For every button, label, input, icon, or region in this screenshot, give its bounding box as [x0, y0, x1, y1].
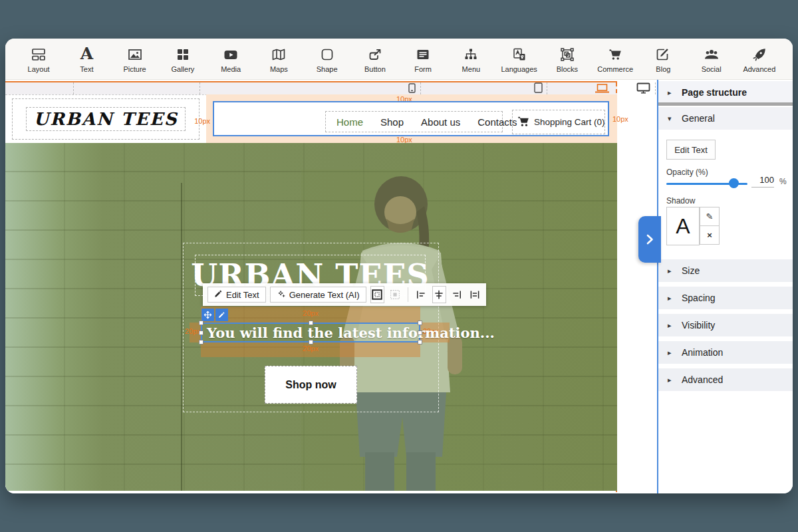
- page-structure-header[interactable]: ▸ Page structure: [658, 81, 793, 104]
- toolbar-item-layout[interactable]: Layout: [15, 45, 62, 73]
- tablet-breakpoint-icon[interactable]: [534, 82, 543, 96]
- nav-link-about[interactable]: About us: [421, 116, 460, 128]
- resize-handle-e[interactable]: [418, 331, 422, 335]
- align-justify-button[interactable]: [467, 286, 481, 303]
- section-spacing[interactable]: ▸ Spacing: [658, 287, 793, 309]
- panel-collapse-tab[interactable]: [638, 216, 661, 263]
- close-icon: ×: [707, 230, 712, 240]
- toolbar-item-label: Commerce: [597, 65, 633, 73]
- opacity-label: Opacity (%): [666, 168, 708, 177]
- drag-move-button[interactable]: [201, 309, 214, 321]
- shop-now-button[interactable]: Shop now: [265, 366, 357, 404]
- resize-handle-n[interactable]: [309, 321, 313, 325]
- header-nav-selected[interactable]: Home Shop About us Contacts Shopping Car…: [213, 101, 609, 136]
- opacity-unit: %: [779, 177, 787, 186]
- shadow-remove-button[interactable]: ×: [700, 225, 720, 245]
- toolbar-item-picture[interactable]: Picture: [112, 45, 158, 73]
- shadow-edit-button[interactable]: ✎: [700, 207, 720, 226]
- toolbar-item-gallery[interactable]: Gallery: [160, 45, 206, 73]
- logo-element[interactable]: URBAN TEES: [26, 107, 186, 131]
- shadow-label: Shadow: [666, 196, 695, 205]
- resize-handle-s[interactable]: [309, 340, 313, 344]
- breakpoint-tick: [73, 82, 74, 94]
- toolbar-item-blocks[interactable]: Blocks: [544, 45, 591, 73]
- toolbar-item-social[interactable]: Social: [688, 45, 735, 73]
- shape-icon: [319, 45, 335, 63]
- edit-text-label: Edit Text: [226, 290, 259, 300]
- resize-handle-nw[interactable]: [199, 321, 203, 325]
- logo-cell-guide[interactable]: URBAN TEES: [12, 98, 200, 140]
- page-structure-label: Page structure: [682, 87, 747, 98]
- toolbar-item-label: Gallery: [171, 65, 194, 73]
- margin-label-right: 10px: [612, 115, 628, 123]
- toolbar-item-advanced[interactable]: Advanced: [736, 45, 783, 73]
- generate-text-label: Generate Text (AI): [289, 290, 360, 300]
- blocks-icon: [559, 45, 575, 63]
- chevron-right-icon: ▸: [668, 294, 673, 303]
- generate-text-ai-button[interactable]: Generate Text (AI): [270, 287, 366, 303]
- toolbar-item-button[interactable]: Button: [352, 45, 398, 73]
- toolbar-item-form[interactable]: Form: [400, 45, 446, 73]
- toolbar-item-commerce[interactable]: Commerce: [592, 45, 638, 73]
- align-justify-icon: [469, 289, 481, 301]
- section-advanced[interactable]: ▸ Advanced: [658, 368, 793, 391]
- align-center-button-active[interactable]: [432, 286, 446, 303]
- toolbar-item-maps[interactable]: Maps: [255, 45, 302, 73]
- section-visibility[interactable]: ▸ Visibility: [658, 314, 793, 336]
- section-general[interactable]: ▾ General: [658, 107, 793, 130]
- hero-subtitle-text[interactable]: You will find the latest information...: [202, 325, 495, 341]
- size-label: Size: [682, 265, 700, 276]
- toolbar-item-blog[interactable]: Blog: [640, 45, 686, 73]
- shopping-cart-element[interactable]: Shopping Cart (0): [512, 110, 605, 134]
- section-size[interactable]: ▸ Size: [658, 259, 793, 282]
- align-left-button[interactable]: [414, 286, 428, 303]
- quick-edit-button[interactable]: [215, 309, 228, 321]
- panel-edit-text-label: Edit Text: [674, 145, 708, 155]
- toolbar-item-label: Text: [80, 65, 93, 73]
- toolbar-item-text[interactable]: A Text: [63, 45, 110, 73]
- breakpoint-tick: [547, 82, 547, 94]
- align-left-icon: [415, 289, 427, 301]
- toolbar-item-label: Social: [702, 65, 722, 73]
- align-right-button[interactable]: [450, 286, 464, 303]
- resize-handle-sw[interactable]: [199, 340, 203, 344]
- resize-handle-w[interactable]: [199, 331, 203, 335]
- opacity-value-input[interactable]: 100: [751, 175, 774, 188]
- nav-link-shop[interactable]: Shop: [380, 116, 404, 128]
- nav-link-contacts[interactable]: Contacts: [477, 116, 517, 128]
- panel-edit-text-button[interactable]: Edit Text: [666, 140, 716, 160]
- resize-handle-ne[interactable]: [418, 321, 422, 325]
- desktop-breakpoint-icon[interactable]: [636, 82, 650, 96]
- cart-icon: [517, 115, 530, 130]
- toolbar-item-menu[interactable]: Menu: [448, 45, 494, 73]
- selected-text-element[interactable]: You will find the latest information...: [201, 323, 420, 342]
- site-logo[interactable]: URBAN TEES: [33, 109, 178, 129]
- toolbar-item-label: Blocks: [557, 65, 578, 73]
- resize-handle-se[interactable]: [418, 340, 422, 344]
- form-icon: [415, 45, 431, 63]
- toolbar-item-shape[interactable]: Shape: [304, 45, 350, 73]
- margin-tool-button-disabled[interactable]: [388, 286, 402, 303]
- chevron-right-icon: [644, 233, 655, 246]
- toolbar-item-label: Advanced: [743, 65, 775, 73]
- hero-section[interactable]: URBAN TEES Edit Text Generate Text (AI): [5, 143, 617, 491]
- nav-link-home[interactable]: Home: [336, 116, 363, 128]
- toolbar-item-label: Media: [221, 65, 241, 73]
- nav-menu-element[interactable]: Home Shop About us Contacts: [325, 111, 503, 132]
- pencil-icon: [214, 289, 223, 300]
- opacity-slider-handle[interactable]: [729, 178, 739, 188]
- advanced-rocket-icon: [751, 45, 767, 63]
- padding-tool-button[interactable]: [370, 286, 384, 303]
- button-icon: [367, 45, 383, 63]
- picture-icon: [127, 45, 143, 63]
- section-animation[interactable]: ▸ Animation: [658, 341, 793, 364]
- toolbar-item-media[interactable]: Media: [207, 45, 254, 73]
- toolbar-item-label: Languages: [501, 65, 537, 73]
- element-toolbar: Layout A Text Picture Gallery: [5, 39, 793, 80]
- breakpoint-tick: [420, 82, 421, 94]
- edit-text-button[interactable]: Edit Text: [207, 287, 266, 303]
- toolbar-item-languages[interactable]: Languages: [496, 45, 543, 73]
- breakpoint-ruler[interactable]: [5, 82, 617, 94]
- shadow-preview[interactable]: A: [666, 207, 700, 245]
- chevron-right-icon: ▸: [668, 348, 673, 357]
